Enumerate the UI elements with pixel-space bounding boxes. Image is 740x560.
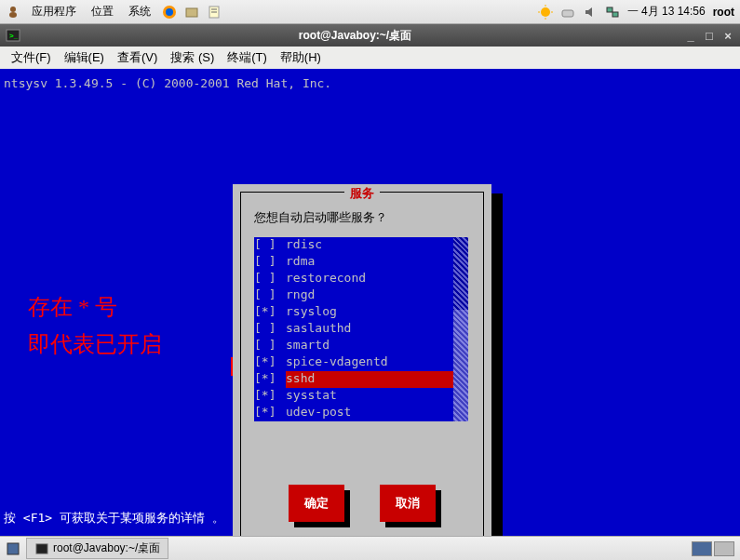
service-name: sysstat: [286, 388, 453, 405]
service-row[interactable]: [ ] saslauthd: [254, 321, 453, 338]
service-checkbox[interactable]: [ ]: [254, 271, 286, 287]
svg-rect-14: [607, 7, 612, 12]
service-list[interactable]: [ ] rdisc[ ] rdma[ ] restorecond[ ] rngd…: [254, 237, 453, 421]
weather-icon[interactable]: [538, 5, 553, 20]
maximize-button[interactable]: □: [703, 29, 716, 42]
svg-point-1: [9, 12, 17, 18]
cancel-button[interactable]: 取消: [380, 485, 436, 522]
svg-rect-18: [7, 543, 19, 554]
title-bar[interactable]: >_ root@Javaboy:~/桌面 _ □ ×: [0, 24, 740, 47]
service-name: smartd: [286, 338, 453, 354]
service-name: udev-post: [286, 405, 453, 421]
service-row[interactable]: [*] sysstat: [254, 388, 453, 405]
svg-point-3: [166, 8, 173, 16]
service-name: rdisc: [286, 237, 453, 254]
terminal-window: >_ root@Javaboy:~/桌面 _ □ × 文件(F) 编辑(E) 查…: [0, 24, 740, 536]
service-checkbox[interactable]: [ ]: [254, 338, 286, 354]
scrollbar-thumb[interactable]: [453, 310, 468, 421]
network-icon[interactable]: [605, 5, 620, 20]
svg-point-0: [10, 7, 16, 12]
ntsysv-header: ntsysv 1.3.49.5 - (C) 2000-2001 Red Hat,…: [4, 76, 331, 90]
menu-file[interactable]: 文件(F): [6, 47, 57, 68]
clock[interactable]: 一 4月 13 14:56: [627, 4, 706, 20]
service-name: rngd: [286, 287, 453, 304]
service-name: rsyslog: [286, 304, 453, 321]
annotation-line1: 存在 * 号: [28, 292, 117, 322]
menu-search[interactable]: 搜索 (S): [165, 47, 220, 68]
service-row[interactable]: [*] rsyslog: [254, 304, 453, 321]
menu-edit[interactable]: 编辑(E): [59, 47, 110, 68]
taskbar-item-label: root@Javaboy:~/桌面: [53, 540, 160, 556]
ok-button[interactable]: 确定: [289, 485, 344, 522]
service-row[interactable]: [ ] smartd: [254, 338, 453, 354]
service-checkbox[interactable]: [*]: [254, 304, 286, 321]
service-checkbox[interactable]: [ ]: [254, 321, 286, 338]
terminal-icon: >_: [6, 28, 20, 43]
svg-rect-13: [562, 10, 573, 17]
close-button[interactable]: ×: [721, 29, 734, 42]
terminal-content[interactable]: ntsysv 1.3.49.5 - (C) 2000-2001 Red Hat,…: [0, 69, 740, 536]
window-title: root@Javaboy:~/桌面: [26, 28, 684, 44]
service-name: restorecond: [286, 271, 453, 287]
service-row[interactable]: [*] udev-post: [254, 405, 453, 421]
workspace-2[interactable]: [714, 541, 734, 556]
svg-rect-4: [186, 8, 197, 17]
service-checkbox[interactable]: [ ]: [254, 237, 286, 254]
service-checkbox[interactable]: [ ]: [254, 254, 286, 271]
gnome-foot-icon: [6, 5, 20, 20]
text-editor-icon[interactable]: [207, 5, 222, 20]
service-name: spice-vdagentd: [286, 354, 453, 371]
service-row[interactable]: [*] spice-vdagentd: [254, 354, 453, 371]
service-checkbox[interactable]: [*]: [254, 354, 286, 371]
service-row[interactable]: [ ] rdisc: [254, 237, 453, 254]
svg-point-8: [541, 7, 550, 17]
service-name: rdma: [286, 254, 453, 271]
menu-applications[interactable]: 应用程序: [28, 4, 80, 20]
taskbar-item[interactable]: root@Javaboy:~/桌面: [26, 538, 168, 559]
services-dialog: 服务 您想自动启动哪些服务？ [ ] rdisc[ ] rdma[ ] rest…: [233, 184, 491, 554]
minimize-button[interactable]: _: [684, 29, 697, 42]
gnome-bottom-panel: root@Javaboy:~/桌面: [0, 536, 740, 560]
service-checkbox[interactable]: [*]: [254, 371, 286, 388]
firefox-icon[interactable]: [162, 5, 177, 20]
show-desktop-icon[interactable]: [6, 541, 20, 556]
gnome-top-panel: 应用程序 位置 系统 一 4月 13 14:56 root: [0, 0, 740, 24]
menu-view[interactable]: 查看(V): [112, 47, 163, 68]
service-row[interactable]: [ ] rdma: [254, 254, 453, 271]
menu-places[interactable]: 位置: [87, 4, 117, 20]
volume-icon[interactable]: [583, 5, 598, 20]
service-row[interactable]: [*] sshd: [254, 371, 453, 388]
service-row[interactable]: [ ] restorecond: [254, 271, 453, 287]
service-row[interactable]: [ ] rngd: [254, 287, 453, 304]
terminal-icon: [34, 541, 49, 556]
user-label[interactable]: root: [713, 6, 734, 19]
ntsysv-footer: 按 <F1> 可获取关于某项服务的详情 。: [4, 510, 224, 527]
svg-rect-19: [36, 543, 47, 553]
menu-help[interactable]: 帮助(H): [275, 47, 327, 68]
workspace-1[interactable]: [692, 541, 712, 556]
update-icon[interactable]: [560, 5, 575, 20]
service-checkbox[interactable]: [ ]: [254, 287, 286, 304]
dialog-prompt: 您想自动启动哪些服务？: [254, 209, 387, 226]
menu-system[interactable]: 系统: [125, 4, 155, 20]
service-checkbox[interactable]: [*]: [254, 405, 286, 421]
menu-bar: 文件(F) 编辑(E) 查看(V) 搜索 (S) 终端(T) 帮助(H): [0, 47, 740, 69]
menu-terminal[interactable]: 终端(T): [222, 47, 273, 68]
workspace-switcher[interactable]: [692, 541, 734, 556]
service-name: saslauthd: [286, 321, 453, 338]
service-name: sshd: [286, 371, 453, 388]
dialog-title: 服务: [344, 185, 380, 202]
file-manager-icon[interactable]: [184, 5, 199, 20]
service-checkbox[interactable]: [*]: [254, 388, 286, 405]
annotation-line2: 即代表已开启: [28, 329, 162, 359]
svg-rect-15: [612, 12, 618, 17]
svg-text:>_: >_: [9, 32, 19, 40]
